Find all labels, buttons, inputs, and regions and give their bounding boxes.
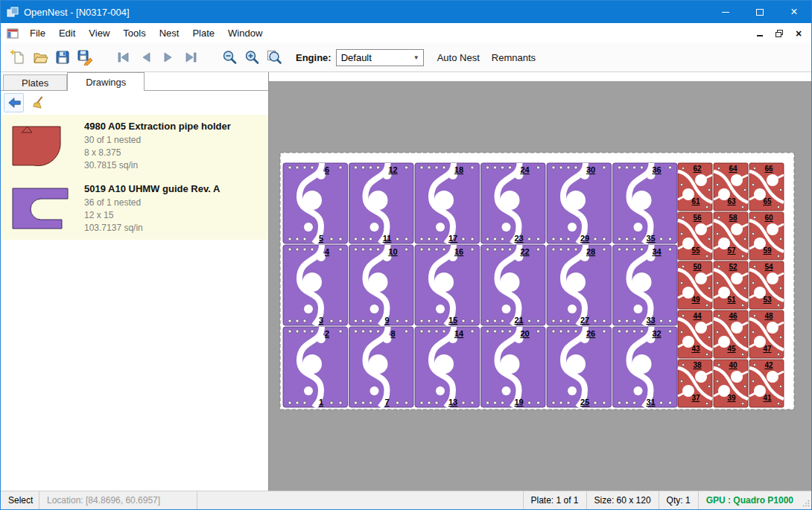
part-number-label[interactable]: 4 <box>325 247 330 256</box>
purple-part-pair[interactable]: 3231 <box>613 327 678 407</box>
part-number-label[interactable]: 47 <box>763 345 772 353</box>
purple-part-pair[interactable]: 2625 <box>547 327 612 407</box>
part-number-label[interactable]: 57 <box>727 246 736 255</box>
part-number-label[interactable]: 61 <box>691 197 700 205</box>
menu-plate[interactable]: Plate <box>185 25 221 42</box>
part-number-label[interactable]: 50 <box>693 263 702 271</box>
zoom-out-button[interactable] <box>218 46 241 68</box>
part-number-label[interactable]: 56 <box>693 214 702 222</box>
part-number-label[interactable]: 27 <box>580 316 589 325</box>
part-number-label[interactable]: 66 <box>764 165 773 173</box>
part-number-label[interactable]: 13 <box>448 398 457 407</box>
resize-grip[interactable] <box>801 491 811 509</box>
red-part-pair[interactable]: 5453 <box>749 261 784 309</box>
part-number-label[interactable]: 53 <box>763 296 772 304</box>
part-number-label[interactable]: 2 <box>325 329 329 338</box>
purple-part-pair[interactable]: 43 <box>283 245 348 325</box>
part-number-label[interactable]: 16 <box>454 247 463 256</box>
purple-part-pair[interactable]: 2423 <box>481 163 546 243</box>
minimize-button[interactable] <box>708 1 743 23</box>
red-part-pair[interactable]: 6463 <box>714 163 748 211</box>
part-number-label[interactable]: 31 <box>646 398 655 407</box>
part-number-label[interactable]: 6 <box>325 165 329 174</box>
next-plate-button[interactable] <box>157 46 180 68</box>
tab-drawings[interactable]: Drawings <box>67 72 145 91</box>
part-number-label[interactable]: 1 <box>319 398 323 407</box>
part-number-label[interactable]: 58 <box>729 214 738 222</box>
part-number-label[interactable]: 59 <box>763 246 772 255</box>
part-number-label[interactable]: 12 <box>388 165 397 174</box>
part-number-label[interactable]: 55 <box>691 246 700 255</box>
part-number-label[interactable]: 48 <box>764 312 773 320</box>
purple-part-pair[interactable]: 1211 <box>349 163 414 243</box>
purple-part-pair[interactable]: 3635 <box>613 163 678 243</box>
clear-button[interactable] <box>28 93 48 112</box>
new-button[interactable] <box>7 46 29 68</box>
part-number-label[interactable]: 43 <box>691 345 700 353</box>
purple-part-pair[interactable]: 2019 <box>481 327 546 407</box>
list-item-uhmw-guide[interactable]: 5019 A10 UHMW guide Rev. A 36 of 1 neste… <box>1 177 268 240</box>
part-number-label[interactable]: 15 <box>448 316 457 325</box>
part-number-label[interactable]: 32 <box>652 329 661 338</box>
first-plate-button[interactable] <box>112 46 135 68</box>
purple-part-pair[interactable]: 65 <box>283 163 348 243</box>
purple-part-pair[interactable]: 3029 <box>547 163 612 243</box>
mdi-close-button[interactable]: × <box>790 27 807 40</box>
part-number-label[interactable]: 11 <box>383 234 392 243</box>
maximize-button[interactable] <box>743 1 777 23</box>
tab-plates[interactable]: Plates <box>3 74 67 91</box>
part-number-label[interactable]: 44 <box>693 312 702 320</box>
part-number-label[interactable]: 35 <box>646 234 655 243</box>
red-part-pair[interactable]: 6261 <box>678 163 712 211</box>
part-number-label[interactable]: 26 <box>586 329 595 338</box>
save-as-button[interactable] <box>74 46 96 68</box>
part-number-label[interactable]: 3 <box>319 316 323 325</box>
purple-part-pair[interactable]: 87 <box>349 327 414 407</box>
part-number-label[interactable]: 17 <box>448 234 457 243</box>
menu-edit[interactable]: Edit <box>52 25 82 42</box>
menu-tools[interactable]: Tools <box>116 25 152 42</box>
close-button[interactable]: × <box>777 1 811 23</box>
purple-part-pair[interactable]: 21 <box>283 327 348 407</box>
part-number-label[interactable]: 60 <box>764 214 773 222</box>
purple-part-pair[interactable]: 109 <box>349 245 414 325</box>
list-item-extraction-pipe-holder[interactable]: 4980 A05 Extraction pipe holder 30 of 1 … <box>1 115 268 177</box>
mdi-minimize-button[interactable] <box>752 27 768 40</box>
part-number-label[interactable]: 19 <box>514 398 523 407</box>
part-number-label[interactable]: 41 <box>763 394 772 402</box>
part-number-label[interactable]: 63 <box>727 197 736 205</box>
part-number-label[interactable]: 51 <box>727 296 736 304</box>
part-number-label[interactable]: 52 <box>729 263 738 271</box>
part-number-label[interactable]: 20 <box>520 329 529 338</box>
part-number-label[interactable]: 34 <box>652 247 662 256</box>
red-part-pair[interactable]: 5049 <box>678 261 712 309</box>
mdi-document-icon[interactable] <box>7 28 19 39</box>
red-part-pair[interactable]: 4039 <box>714 360 748 407</box>
auto-nest-button[interactable]: Auto Nest <box>431 48 486 68</box>
red-part-pair[interactable]: 4847 <box>749 310 784 358</box>
remnants-button[interactable]: Remnants <box>486 48 542 68</box>
part-number-label[interactable]: 23 <box>514 234 523 243</box>
part-number-label[interactable]: 25 <box>580 398 589 407</box>
part-number-label[interactable]: 38 <box>693 361 702 369</box>
red-part-pair[interactable]: 5251 <box>714 261 748 309</box>
part-number-label[interactable]: 64 <box>729 165 738 173</box>
open-button[interactable] <box>29 46 51 68</box>
purple-part-pair[interactable]: 2221 <box>481 245 546 325</box>
part-number-label[interactable]: 22 <box>520 247 529 256</box>
purple-part-pair[interactable]: 3433 <box>613 245 678 325</box>
add-to-nest-button[interactable] <box>4 93 24 112</box>
red-part-pair[interactable]: 3837 <box>678 360 712 407</box>
part-number-label[interactable]: 33 <box>646 316 655 325</box>
purple-part-pair[interactable]: 1817 <box>415 163 480 243</box>
menu-view[interactable]: View <box>82 25 116 42</box>
purple-part-pair[interactable]: 2827 <box>547 245 612 325</box>
part-number-label[interactable]: 45 <box>727 345 736 353</box>
red-part-pair[interactable]: 5857 <box>714 212 748 260</box>
purple-part-pair[interactable]: 1413 <box>415 327 480 407</box>
purple-part-pair[interactable]: 1615 <box>415 245 480 325</box>
part-number-label[interactable]: 49 <box>691 296 700 304</box>
part-number-label[interactable]: 54 <box>764 263 773 271</box>
part-number-label[interactable]: 30 <box>586 165 595 174</box>
part-number-label[interactable]: 65 <box>763 197 772 205</box>
